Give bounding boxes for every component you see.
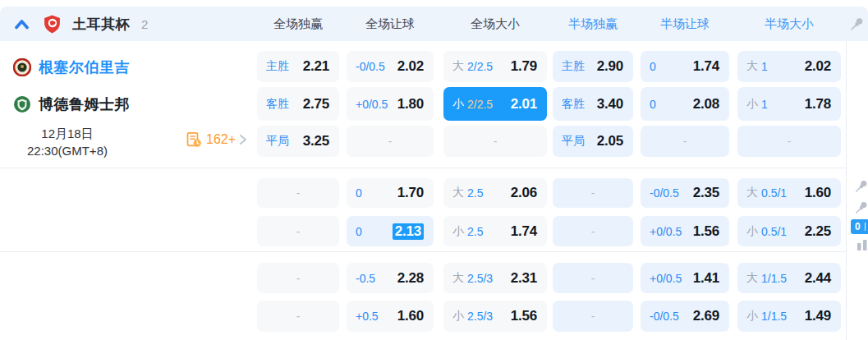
odds-cell-empty: - <box>641 126 729 157</box>
column-header-ft-overunder: 全场大小 <box>443 7 547 41</box>
odds-cell[interactable]: -0/0.52.69 <box>641 301 729 332</box>
home-team-name[interactable]: 根塞尔伯里吉 <box>39 57 130 77</box>
odds-value: 1.74 <box>693 58 719 75</box>
column-header-ft-1x2: 全场独赢 <box>257 7 339 41</box>
odds-cell[interactable]: 小2/2.52.01 <box>443 87 547 121</box>
odds-cell[interactable]: 小0.5/12.25 <box>737 216 841 246</box>
odds-dash: - <box>296 310 301 323</box>
odds-market-prefix: 小 <box>452 224 464 239</box>
odds-cell[interactable]: -0.52.28 <box>347 263 434 293</box>
odds-cell[interactable]: 主胜2.21 <box>257 51 339 82</box>
odds-dash: - <box>683 135 687 148</box>
league-logo-icon <box>42 14 62 34</box>
odds-value: 2.05 <box>597 133 623 149</box>
odds-cell[interactable]: 主胜2.90 <box>553 51 633 82</box>
odds-market-label: 2/2.5 <box>467 60 493 73</box>
odds-cell-empty: - <box>257 178 339 208</box>
odds-market-label: 2/2.5 <box>467 98 493 111</box>
odds-market-prefix: 大 <box>746 186 758 200</box>
odds-dash: - <box>591 186 595 200</box>
odds-cell[interactable]: 01.74 <box>641 51 729 82</box>
odds-cell[interactable]: 01.70 <box>347 178 434 208</box>
odds-cell[interactable]: +0/0.51.56 <box>641 216 729 246</box>
odds-market-prefix: 小 <box>452 97 464 112</box>
odds-cell[interactable]: +0/0.51.80 <box>347 87 434 121</box>
home-team-logo-icon <box>13 58 31 76</box>
odds-value: 2.69 <box>693 308 719 324</box>
odds-market-label: 2.5 <box>467 186 483 200</box>
odds-cell[interactable]: 02.13 <box>347 216 434 246</box>
corner-count-badge: 0 <box>851 219 868 234</box>
odds-market-prefix: 小 <box>746 309 758 324</box>
odds-market-label: 0.5/1 <box>761 186 787 200</box>
match-date: 12月18日 <box>5 125 130 142</box>
odds-cell[interactable]: 大2.52.06 <box>443 178 547 208</box>
odds-cell[interactable]: 02.08 <box>641 87 729 121</box>
odds-market-label: 0.5/1 <box>761 225 787 238</box>
odds-value: 2.08 <box>693 96 719 113</box>
odds-cell[interactable]: 客胜3.40 <box>553 87 633 121</box>
odds-cell-empty: - <box>257 301 339 332</box>
odds-value: 2.02 <box>805 58 831 75</box>
odds-cell[interactable]: -0/0.52.02 <box>347 51 434 82</box>
odds-dash: - <box>296 225 301 238</box>
odds-market-label: 主胜 <box>562 59 585 74</box>
odds-cell[interactable]: 大2.5/32.31 <box>443 263 547 293</box>
odds-cell[interactable]: 小2.5/31.56 <box>443 301 547 332</box>
odds-market-label: +0.5 <box>356 310 379 323</box>
more-markets-link[interactable]: 162+ <box>186 131 247 148</box>
home-team-row[interactable]: 根塞尔伯里吉 <box>13 57 130 77</box>
pin-icon[interactable] <box>854 200 868 215</box>
odds-cell[interactable]: 平局2.05 <box>553 126 633 157</box>
odds-market-label: 2.5 <box>467 225 483 238</box>
odds-cell[interactable]: +0.51.60 <box>347 301 434 332</box>
odds-cell[interactable]: 小2.51.74 <box>443 216 547 246</box>
odds-cell[interactable]: 平局3.25 <box>257 126 339 157</box>
odds-cell[interactable]: 小1/1.51.49 <box>737 301 841 332</box>
odds-market-label: 客胜 <box>562 97 585 112</box>
pin-icon[interactable] <box>849 16 865 32</box>
odds-market-prefix: 大 <box>452 186 464 200</box>
odds-value: 1.70 <box>397 185 424 201</box>
odds-cell[interactable]: 大0.5/11.60 <box>737 178 841 208</box>
stats-bars-icon[interactable] <box>856 238 868 251</box>
odds-dash: - <box>591 310 595 323</box>
away-team-name[interactable]: 博德鲁姆士邦 <box>39 94 130 114</box>
odds-value: 2.90 <box>597 58 623 75</box>
odds-market-prefix: 大 <box>452 271 464 286</box>
panel-right-divider <box>846 41 847 340</box>
odds-cell-empty: - <box>257 263 339 293</box>
match-datetime: 12月18日 22:30(GMT+8) <box>5 125 130 159</box>
odds-market-label: 平局 <box>266 134 289 149</box>
odds-market-prefix: 大 <box>746 271 758 286</box>
collapse-chevron-up-icon[interactable] <box>15 19 29 30</box>
odds-cell[interactable]: 大2/2.51.79 <box>443 51 547 82</box>
odds-value: 1.60 <box>397 308 424 324</box>
odds-value: 2.31 <box>511 270 537 287</box>
odds-value: 3.40 <box>597 96 623 113</box>
odds-market-label: 0 <box>650 98 656 111</box>
betting-panel: 土耳其杯 2 全场独赢 全场让球 全场大小 半场独赢 半场让球 半场大小 根塞尔… <box>0 0 868 340</box>
odds-market-label: 平局 <box>562 134 585 149</box>
pin-icon[interactable] <box>854 179 868 194</box>
odds-market-label: 1/1.5 <box>761 272 787 285</box>
odds-market-label: -0/0.5 <box>650 310 679 323</box>
odds-value: 1.56 <box>693 223 719 240</box>
odds-market-label: 客胜 <box>266 97 289 112</box>
odds-cell[interactable]: 大1/1.52.44 <box>737 263 841 293</box>
league-match-count: 2 <box>141 17 148 31</box>
odds-value: 2.44 <box>805 270 831 287</box>
odds-cell[interactable]: +0/0.51.41 <box>641 263 729 293</box>
odds-cell[interactable]: 小11.78 <box>737 87 841 121</box>
odds-cell[interactable]: 客胜2.75 <box>257 87 339 121</box>
odds-value: 1.41 <box>693 270 719 287</box>
odds-cell-empty: - <box>443 126 547 157</box>
odds-cell-empty: - <box>257 216 339 246</box>
odds-cell[interactable]: 大12.02 <box>737 51 841 82</box>
odds-value: 2.02 <box>397 58 424 75</box>
odds-value: 2.25 <box>805 223 831 240</box>
column-header-ht-1x2: 半场独赢 <box>553 7 633 41</box>
odds-dash: - <box>591 225 595 238</box>
away-team-row[interactable]: 博德鲁姆士邦 <box>13 94 130 114</box>
odds-cell[interactable]: -0/0.52.35 <box>641 178 729 208</box>
